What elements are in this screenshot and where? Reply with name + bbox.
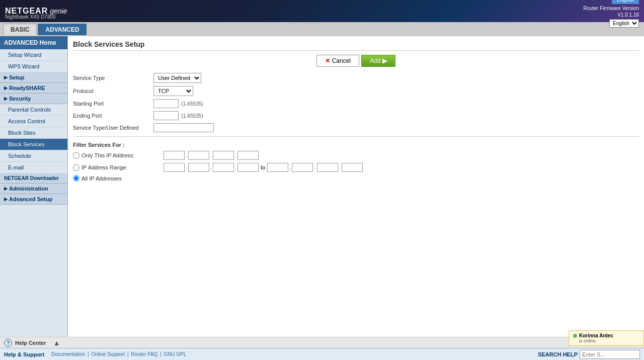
ending-port-label: Ending Port xyxy=(73,113,153,119)
filter-ip-range-radio[interactable] xyxy=(73,164,79,171)
main-layout: ADVANCED Home Setup Wizard WPS Wizard ▶ … xyxy=(0,36,644,337)
help-icon: ? xyxy=(4,339,12,347)
notif-status-dot xyxy=(573,334,577,338)
content-area: Block Services Setup ✕ Cancel Add ▶ Serv… xyxy=(68,36,644,337)
service-type-label: Service Type xyxy=(73,75,153,81)
only-this-oct2[interactable]: 168 xyxy=(188,151,209,160)
only-this-ip-inputs: 192 . 168 . 0 . xyxy=(164,151,259,160)
range-end-oct4[interactable] xyxy=(342,163,363,172)
filter-only-this-label[interactable]: Only This IP Address: xyxy=(73,152,164,159)
administration-arrow-icon: ▶ xyxy=(4,186,8,191)
filter-all-ip-radio[interactable] xyxy=(73,175,79,182)
online-support-link[interactable]: Online Support xyxy=(91,351,125,357)
filter-only-this-row: Only This IP Address: 192 . 168 . 0 . xyxy=(73,151,639,160)
starting-port-label: Starting Port xyxy=(73,101,153,107)
service-user-defined-row: Service Type/User Defined xyxy=(73,123,639,132)
starting-port-row: Starting Port (1-65535) xyxy=(73,99,639,108)
gnu-gpl-link[interactable]: GNU GPL xyxy=(164,351,186,357)
readyshare-arrow-icon: ▶ xyxy=(4,85,8,91)
filter-ip-range-label[interactable]: IP Address Range: xyxy=(73,164,164,171)
help-links: Documentation | Online Support | Router … xyxy=(50,351,187,357)
add-button[interactable]: Add ▶ xyxy=(361,55,395,67)
range-start-oct3[interactable]: 0 xyxy=(213,163,234,172)
service-type-control: User Defined Custom xyxy=(153,73,201,83)
sidebar-item-access-control[interactable]: Access Control xyxy=(0,116,67,127)
sidebar-section-advanced-setup[interactable]: ▶ Advanced Setup xyxy=(0,194,67,205)
protocol-row: Protocol TCP UDP TCP/UDP xyxy=(73,86,639,96)
help-center-label: Help Center xyxy=(15,340,46,346)
search-help-input[interactable] xyxy=(580,350,640,359)
starting-port-control: (1-65535) xyxy=(153,99,203,108)
to-label: to xyxy=(261,164,265,170)
sidebar-section-security[interactable]: ▶ Security xyxy=(0,94,67,104)
service-type-row: Service Type User Defined Custom xyxy=(73,73,639,83)
filter-only-this-radio[interactable] xyxy=(73,152,79,159)
sidebar-home[interactable]: ADVANCED Home xyxy=(0,36,67,49)
sidebar-section-netgear-downloader[interactable]: NETGEAR Downloader xyxy=(0,173,67,184)
sidebar-section-setup[interactable]: ▶ Setup xyxy=(0,72,67,83)
firmware-info: Router Firmware Version V1.0.1.16 xyxy=(583,5,639,18)
sidebar-section-administration[interactable]: ▶ Administration xyxy=(0,184,67,194)
sidebar-item-wps-wizard[interactable]: WPS Wizard xyxy=(0,61,67,72)
sidebar-item-block-sites[interactable]: Block Sites xyxy=(0,127,67,139)
range-start-oct4[interactable] xyxy=(237,163,259,172)
documentation-link[interactable]: Documentation xyxy=(51,351,85,357)
service-type-select[interactable]: User Defined Custom xyxy=(153,73,201,83)
filter-all-ip-label[interactable]: All IP Addresses xyxy=(73,175,164,182)
add-arrow-icon: ▶ xyxy=(382,57,387,64)
logo-area: NETGEAR genie Nighthawk X4S D7800 xyxy=(5,7,67,16)
advanced-setup-arrow-icon: ▶ xyxy=(4,197,8,202)
router-faq-link[interactable]: Router FAQ xyxy=(131,351,157,357)
protocol-label: Protocol xyxy=(73,88,153,94)
sidebar-item-email[interactable]: E-mail xyxy=(0,162,67,173)
sidebar: ADVANCED Home Setup Wizard WPS Wizard ▶ … xyxy=(0,36,68,337)
cancel-x-icon: ✕ xyxy=(325,57,330,64)
nav-tabs: BASIC ADVANCED xyxy=(0,22,644,36)
tab-advanced[interactable]: ADVANCED xyxy=(38,24,87,35)
service-user-defined-control xyxy=(153,123,214,132)
only-this-oct1[interactable]: 192 xyxy=(164,151,185,160)
section-divider xyxy=(73,136,639,137)
router-name: Nighthawk X4S D7800 xyxy=(5,14,56,20)
ending-port-control: (1-65535) xyxy=(153,111,203,120)
sidebar-item-parental-controls[interactable]: Parental Controls xyxy=(0,104,67,116)
range-end-oct1[interactable]: 192 xyxy=(267,163,288,172)
starting-port-hint: (1-65535) xyxy=(181,101,203,107)
protocol-select[interactable]: TCP UDP TCP/UDP xyxy=(153,86,193,96)
service-user-defined-input[interactable] xyxy=(153,123,214,132)
range-start-oct2[interactable]: 168 xyxy=(188,163,209,172)
ending-port-hint: (1-65535) xyxy=(181,113,203,119)
logout-area: Logout Router Firmware Version V1.0.1.16… xyxy=(583,0,639,28)
ending-port-input[interactable] xyxy=(153,111,179,120)
notification-popup: Korinna Antec is online. xyxy=(569,330,644,346)
ip-range-start-inputs: 192 . 168 . 0 . xyxy=(164,163,259,172)
bottom-bar: Help & Support Documentation | Online Su… xyxy=(0,348,644,360)
protocol-control: TCP UDP TCP/UDP xyxy=(153,86,193,96)
language-select[interactable]: English xyxy=(609,19,639,28)
only-this-oct4[interactable] xyxy=(237,151,259,160)
range-end-oct2[interactable]: 168 xyxy=(292,163,313,172)
form-section: Service Type User Defined Custom Protoco… xyxy=(73,73,639,132)
range-end-oct3[interactable]: 0 xyxy=(317,163,338,172)
sidebar-section-readyshare[interactable]: ▶ ReadySHARE xyxy=(0,83,67,94)
range-start-oct1[interactable]: 192 xyxy=(164,163,185,172)
help-expand-button[interactable]: ▲ xyxy=(53,339,60,347)
header: NETGEAR genie Nighthawk X4S D7800 Logout… xyxy=(0,0,644,22)
search-help-label: SEARCH HELP xyxy=(538,351,578,357)
only-this-oct3[interactable]: 0 xyxy=(213,151,234,160)
sidebar-item-schedule[interactable]: Schedule xyxy=(0,150,67,162)
help-bar: ? Help Center ▲ Show/Hide Help Center xyxy=(0,337,644,348)
sidebar-item-block-services[interactable]: Block Services xyxy=(0,139,67,150)
sidebar-item-setup-wizard[interactable]: Setup Wizard xyxy=(0,49,67,61)
button-bar: ✕ Cancel Add ▶ xyxy=(73,55,639,67)
ip-range-end-inputs: 192 . 168 . 0 . xyxy=(267,163,362,172)
page-title: Block Services Setup xyxy=(73,40,639,51)
tab-basic[interactable]: BASIC xyxy=(3,24,37,35)
security-arrow-icon: ▶ xyxy=(4,96,8,101)
notif-detail: is online. xyxy=(579,338,639,343)
starting-port-input[interactable] xyxy=(153,99,179,108)
cancel-button[interactable]: ✕ Cancel xyxy=(316,55,359,67)
service-user-defined-label: Service Type/User Defined xyxy=(73,125,153,131)
ending-port-row: Ending Port (1-65535) xyxy=(73,111,639,120)
logout-button[interactable]: Logout xyxy=(612,0,639,4)
